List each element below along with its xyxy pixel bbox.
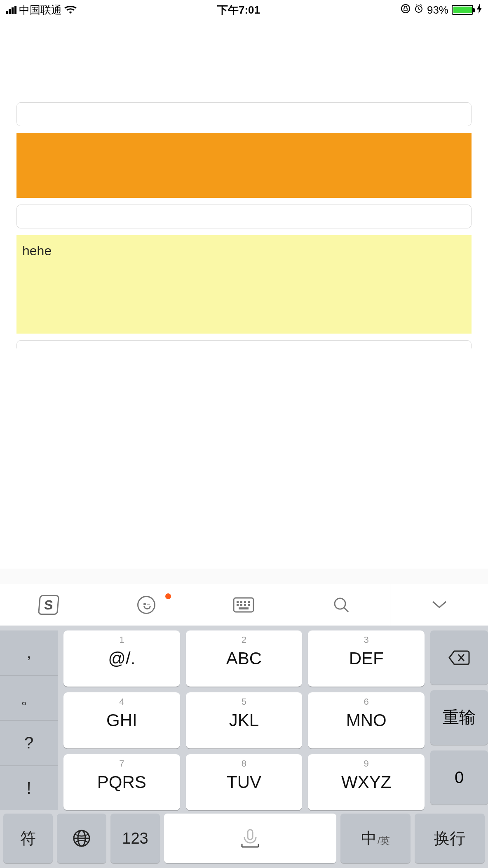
keyboard-keys-area: , 。 ? ! 1@/. 2ABC 3DEF 4GHI 5JKL 6MNO 7P…	[0, 626, 488, 810]
keyboard-bottom-row: 符 123 中/英 换行	[0, 810, 488, 868]
text-field-3[interactable]	[16, 340, 472, 348]
svg-rect-10	[248, 604, 250, 606]
key-comma[interactable]: ,	[0, 630, 58, 675]
globe-icon	[72, 829, 91, 848]
svg-rect-4	[240, 601, 242, 603]
svg-point-0	[401, 5, 410, 13]
keyboard-main-grid: 1@/. 2ABC 3DEF 4GHI 5JKL 6MNO 7PQRS 8TUV…	[58, 630, 430, 810]
dismiss-keyboard-button[interactable]	[390, 584, 488, 626]
charging-icon	[476, 4, 482, 16]
svg-rect-5	[244, 601, 246, 603]
key-symbols[interactable]: 符	[3, 814, 53, 863]
svg-rect-17	[248, 830, 253, 840]
yellow-textarea[interactable]: hehe	[16, 235, 472, 334]
signal-icon	[6, 6, 16, 14]
key-8[interactable]: 8TUV	[186, 754, 303, 810]
content-area: hehe	[0, 20, 488, 348]
alarm-icon	[414, 4, 424, 16]
key-retype[interactable]: 重输	[430, 690, 488, 744]
key-globe[interactable]	[57, 814, 106, 863]
svg-rect-7	[237, 604, 239, 606]
keyboard-icon	[233, 597, 254, 613]
key-period[interactable]: 。	[0, 675, 58, 721]
key-space[interactable]	[164, 814, 336, 863]
search-icon	[333, 596, 350, 614]
key-6[interactable]: 6MNO	[308, 692, 425, 748]
chevron-down-icon	[431, 600, 448, 610]
key-3[interactable]: 3DEF	[308, 630, 425, 687]
carrier-label: 中国联通	[19, 3, 62, 17]
backspace-icon	[448, 649, 471, 666]
svg-rect-3	[237, 601, 239, 603]
svg-point-12	[335, 598, 345, 609]
orange-block[interactable]	[16, 133, 472, 198]
yellow-text: hehe	[22, 243, 52, 258]
key-1[interactable]: 1@/.	[63, 630, 180, 687]
wifi-icon	[64, 4, 77, 16]
keyboard-layout-button[interactable]	[195, 584, 293, 626]
battery-pct: 93%	[427, 4, 448, 16]
key-4[interactable]: 4GHI	[63, 692, 180, 748]
notification-dot-icon	[165, 593, 171, 599]
emoji-button[interactable]	[98, 584, 195, 626]
key-2[interactable]: 2ABC	[186, 630, 303, 687]
smiley-icon	[137, 596, 155, 614]
key-backspace[interactable]	[430, 630, 488, 685]
key-enter[interactable]: 换行	[415, 814, 485, 863]
key-7[interactable]: 7PQRS	[63, 754, 180, 810]
text-field-1[interactable]	[16, 102, 472, 126]
sogou-icon: S	[38, 595, 59, 615]
orientation-lock-icon	[401, 4, 411, 16]
status-time: 下午7:01	[217, 3, 260, 17]
key-numbers[interactable]: 123	[110, 814, 160, 863]
battery-icon	[452, 5, 473, 15]
status-right: 93%	[401, 4, 482, 16]
key-zero[interactable]: 0	[430, 750, 488, 804]
status-left: 中国联通	[6, 3, 77, 17]
keyboard-right-column: 重输 0	[430, 630, 488, 810]
keyboard: S , 。 ? ! 1@/. 2ABC 3DEF 4GHI 5JKL 6M	[0, 569, 488, 868]
svg-line-13	[344, 608, 348, 612]
svg-rect-11	[239, 607, 249, 609]
sogou-button[interactable]: S	[0, 584, 98, 626]
svg-rect-8	[240, 604, 242, 606]
status-bar: 中国联通 下午7:01 93%	[0, 0, 488, 20]
keyboard-toolbar: S	[0, 584, 488, 626]
keyboard-suggestion-strip[interactable]	[0, 569, 488, 584]
key-exclaim[interactable]: !	[0, 766, 58, 811]
text-field-2[interactable]	[16, 205, 472, 228]
mic-icon	[238, 828, 263, 849]
key-9[interactable]: 9WXYZ	[308, 754, 425, 810]
search-button[interactable]	[293, 584, 390, 626]
key-language[interactable]: 中/英	[340, 814, 411, 863]
keyboard-left-column: , 。 ? !	[0, 630, 58, 810]
key-question[interactable]: ?	[0, 720, 58, 766]
key-5[interactable]: 5JKL	[186, 692, 303, 748]
svg-rect-9	[244, 604, 246, 606]
svg-rect-6	[248, 601, 250, 603]
